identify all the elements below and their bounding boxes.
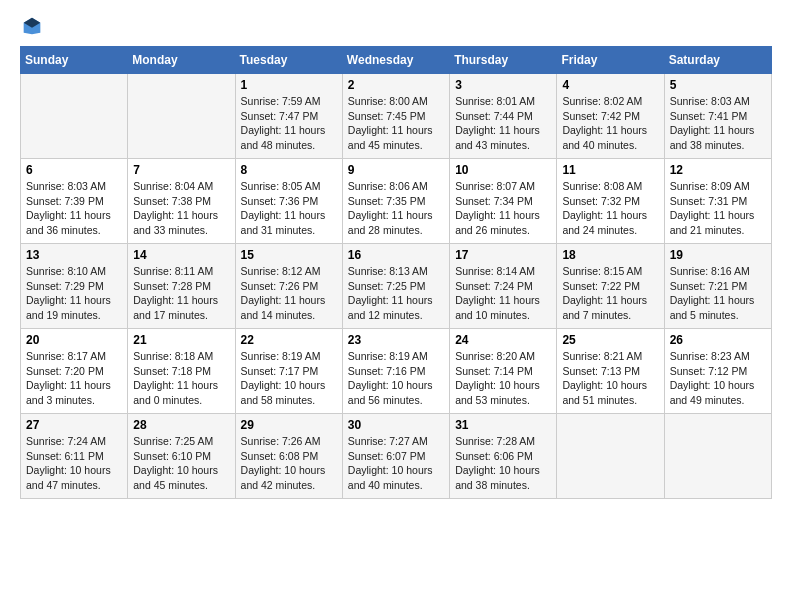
cell-content: Sunrise: 8:05 AM Sunset: 7:36 PM Dayligh… — [241, 179, 337, 238]
calendar-cell — [21, 74, 128, 159]
calendar-cell: 26Sunrise: 8:23 AM Sunset: 7:12 PM Dayli… — [664, 329, 771, 414]
cell-content: Sunrise: 8:08 AM Sunset: 7:32 PM Dayligh… — [562, 179, 658, 238]
day-number: 8 — [241, 163, 337, 177]
day-number: 22 — [241, 333, 337, 347]
calendar-cell: 6Sunrise: 8:03 AM Sunset: 7:39 PM Daylig… — [21, 159, 128, 244]
cell-content: Sunrise: 8:00 AM Sunset: 7:45 PM Dayligh… — [348, 94, 444, 153]
calendar-cell: 28Sunrise: 7:25 AM Sunset: 6:10 PM Dayli… — [128, 414, 235, 499]
calendar-cell: 3Sunrise: 8:01 AM Sunset: 7:44 PM Daylig… — [450, 74, 557, 159]
day-number: 6 — [26, 163, 122, 177]
calendar-cell: 30Sunrise: 7:27 AM Sunset: 6:07 PM Dayli… — [342, 414, 449, 499]
calendar-cell — [664, 414, 771, 499]
calendar-cell: 21Sunrise: 8:18 AM Sunset: 7:18 PM Dayli… — [128, 329, 235, 414]
col-header-monday: Monday — [128, 47, 235, 74]
day-number: 19 — [670, 248, 766, 262]
calendar-cell: 7Sunrise: 8:04 AM Sunset: 7:38 PM Daylig… — [128, 159, 235, 244]
day-number: 27 — [26, 418, 122, 432]
calendar-table: SundayMondayTuesdayWednesdayThursdayFrid… — [20, 46, 772, 499]
cell-content: Sunrise: 7:24 AM Sunset: 6:11 PM Dayligh… — [26, 434, 122, 493]
cell-content: Sunrise: 8:11 AM Sunset: 7:28 PM Dayligh… — [133, 264, 229, 323]
calendar-cell: 5Sunrise: 8:03 AM Sunset: 7:41 PM Daylig… — [664, 74, 771, 159]
calendar-cell: 29Sunrise: 7:26 AM Sunset: 6:08 PM Dayli… — [235, 414, 342, 499]
cell-content: Sunrise: 7:26 AM Sunset: 6:08 PM Dayligh… — [241, 434, 337, 493]
cell-content: Sunrise: 8:10 AM Sunset: 7:29 PM Dayligh… — [26, 264, 122, 323]
day-number: 11 — [562, 163, 658, 177]
page-header — [20, 20, 772, 36]
day-number: 16 — [348, 248, 444, 262]
calendar-cell: 10Sunrise: 8:07 AM Sunset: 7:34 PM Dayli… — [450, 159, 557, 244]
day-number: 18 — [562, 248, 658, 262]
day-number: 30 — [348, 418, 444, 432]
calendar-cell — [128, 74, 235, 159]
calendar-cell: 2Sunrise: 8:00 AM Sunset: 7:45 PM Daylig… — [342, 74, 449, 159]
calendar-cell: 15Sunrise: 8:12 AM Sunset: 7:26 PM Dayli… — [235, 244, 342, 329]
day-number: 7 — [133, 163, 229, 177]
calendar-cell: 14Sunrise: 8:11 AM Sunset: 7:28 PM Dayli… — [128, 244, 235, 329]
day-number: 26 — [670, 333, 766, 347]
cell-content: Sunrise: 8:03 AM Sunset: 7:39 PM Dayligh… — [26, 179, 122, 238]
day-number: 15 — [241, 248, 337, 262]
calendar-cell: 16Sunrise: 8:13 AM Sunset: 7:25 PM Dayli… — [342, 244, 449, 329]
calendar-cell: 31Sunrise: 7:28 AM Sunset: 6:06 PM Dayli… — [450, 414, 557, 499]
calendar-cell: 19Sunrise: 8:16 AM Sunset: 7:21 PM Dayli… — [664, 244, 771, 329]
cell-content: Sunrise: 8:14 AM Sunset: 7:24 PM Dayligh… — [455, 264, 551, 323]
cell-content: Sunrise: 8:12 AM Sunset: 7:26 PM Dayligh… — [241, 264, 337, 323]
col-header-sunday: Sunday — [21, 47, 128, 74]
cell-content: Sunrise: 7:59 AM Sunset: 7:47 PM Dayligh… — [241, 94, 337, 153]
cell-content: Sunrise: 8:09 AM Sunset: 7:31 PM Dayligh… — [670, 179, 766, 238]
calendar-cell: 9Sunrise: 8:06 AM Sunset: 7:35 PM Daylig… — [342, 159, 449, 244]
day-number: 9 — [348, 163, 444, 177]
calendar-cell: 12Sunrise: 8:09 AM Sunset: 7:31 PM Dayli… — [664, 159, 771, 244]
col-header-wednesday: Wednesday — [342, 47, 449, 74]
cell-content: Sunrise: 8:20 AM Sunset: 7:14 PM Dayligh… — [455, 349, 551, 408]
day-number: 29 — [241, 418, 337, 432]
day-number: 25 — [562, 333, 658, 347]
cell-content: Sunrise: 8:19 AM Sunset: 7:16 PM Dayligh… — [348, 349, 444, 408]
cell-content: Sunrise: 7:28 AM Sunset: 6:06 PM Dayligh… — [455, 434, 551, 493]
cell-content: Sunrise: 8:23 AM Sunset: 7:12 PM Dayligh… — [670, 349, 766, 408]
calendar-cell: 27Sunrise: 7:24 AM Sunset: 6:11 PM Dayli… — [21, 414, 128, 499]
day-number: 10 — [455, 163, 551, 177]
cell-content: Sunrise: 8:15 AM Sunset: 7:22 PM Dayligh… — [562, 264, 658, 323]
day-number: 28 — [133, 418, 229, 432]
calendar-cell: 13Sunrise: 8:10 AM Sunset: 7:29 PM Dayli… — [21, 244, 128, 329]
cell-content: Sunrise: 8:19 AM Sunset: 7:17 PM Dayligh… — [241, 349, 337, 408]
cell-content: Sunrise: 7:25 AM Sunset: 6:10 PM Dayligh… — [133, 434, 229, 493]
col-header-friday: Friday — [557, 47, 664, 74]
day-number: 31 — [455, 418, 551, 432]
calendar-cell: 8Sunrise: 8:05 AM Sunset: 7:36 PM Daylig… — [235, 159, 342, 244]
day-number: 5 — [670, 78, 766, 92]
cell-content: Sunrise: 8:21 AM Sunset: 7:13 PM Dayligh… — [562, 349, 658, 408]
calendar-cell: 4Sunrise: 8:02 AM Sunset: 7:42 PM Daylig… — [557, 74, 664, 159]
day-number: 12 — [670, 163, 766, 177]
day-number: 24 — [455, 333, 551, 347]
calendar-cell: 1Sunrise: 7:59 AM Sunset: 7:47 PM Daylig… — [235, 74, 342, 159]
cell-content: Sunrise: 8:07 AM Sunset: 7:34 PM Dayligh… — [455, 179, 551, 238]
day-number: 23 — [348, 333, 444, 347]
logo — [20, 20, 42, 36]
day-number: 4 — [562, 78, 658, 92]
col-header-tuesday: Tuesday — [235, 47, 342, 74]
cell-content: Sunrise: 8:18 AM Sunset: 7:18 PM Dayligh… — [133, 349, 229, 408]
day-number: 2 — [348, 78, 444, 92]
calendar-cell: 25Sunrise: 8:21 AM Sunset: 7:13 PM Dayli… — [557, 329, 664, 414]
cell-content: Sunrise: 8:03 AM Sunset: 7:41 PM Dayligh… — [670, 94, 766, 153]
cell-content: Sunrise: 8:13 AM Sunset: 7:25 PM Dayligh… — [348, 264, 444, 323]
cell-content: Sunrise: 8:17 AM Sunset: 7:20 PM Dayligh… — [26, 349, 122, 408]
calendar-cell: 18Sunrise: 8:15 AM Sunset: 7:22 PM Dayli… — [557, 244, 664, 329]
cell-content: Sunrise: 8:02 AM Sunset: 7:42 PM Dayligh… — [562, 94, 658, 153]
cell-content: Sunrise: 8:06 AM Sunset: 7:35 PM Dayligh… — [348, 179, 444, 238]
calendar-cell: 24Sunrise: 8:20 AM Sunset: 7:14 PM Dayli… — [450, 329, 557, 414]
day-number: 13 — [26, 248, 122, 262]
calendar-cell: 23Sunrise: 8:19 AM Sunset: 7:16 PM Dayli… — [342, 329, 449, 414]
calendar-cell: 17Sunrise: 8:14 AM Sunset: 7:24 PM Dayli… — [450, 244, 557, 329]
calendar-cell: 22Sunrise: 8:19 AM Sunset: 7:17 PM Dayli… — [235, 329, 342, 414]
day-number: 14 — [133, 248, 229, 262]
calendar-cell: 20Sunrise: 8:17 AM Sunset: 7:20 PM Dayli… — [21, 329, 128, 414]
cell-content: Sunrise: 8:04 AM Sunset: 7:38 PM Dayligh… — [133, 179, 229, 238]
cell-content: Sunrise: 8:16 AM Sunset: 7:21 PM Dayligh… — [670, 264, 766, 323]
day-number: 21 — [133, 333, 229, 347]
col-header-saturday: Saturday — [664, 47, 771, 74]
calendar-cell — [557, 414, 664, 499]
col-header-thursday: Thursday — [450, 47, 557, 74]
